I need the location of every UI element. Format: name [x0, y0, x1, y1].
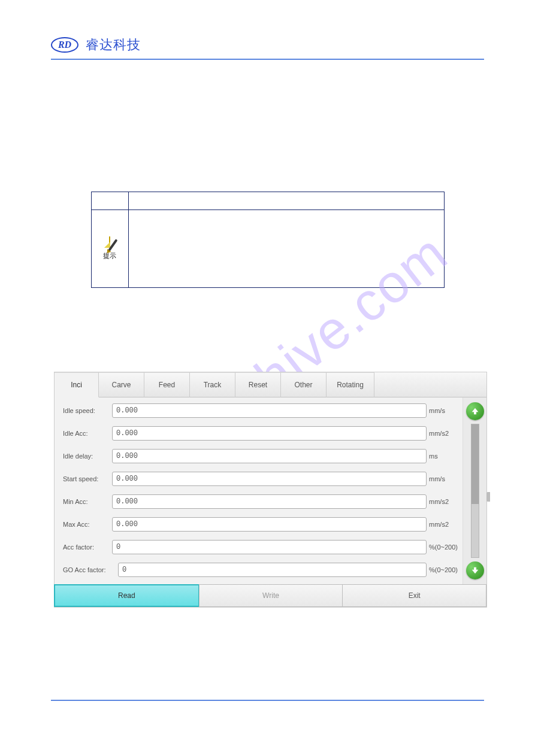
tab-rotating[interactable]: Rotating [327, 372, 374, 397]
label-go-acc-factor: GO Acc factor: [63, 566, 118, 573]
tab-track[interactable]: Track [190, 372, 235, 397]
label-idle-acc: Idle Acc: [63, 430, 112, 437]
note-body [128, 210, 444, 288]
label-idle-speed: Idle speed: [63, 407, 112, 414]
tab-filler [374, 372, 486, 397]
note-header-right [128, 192, 444, 210]
tab-bar: Inci Carve Feed Track Reset Other Rotati… [55, 372, 486, 397]
unit-min-acc: mm/s2 [427, 498, 458, 505]
unit-go-acc-factor: %(0~200) [427, 566, 458, 573]
tab-inci[interactable]: Inci [55, 372, 99, 397]
scroll-down-button[interactable] [466, 561, 484, 579]
scroll-column [463, 397, 486, 584]
label-max-acc: Max Acc: [63, 521, 112, 528]
brand-name: 睿达科技 [86, 36, 141, 54]
form-area: Idle speed: mm/s Idle Acc: mm/s2 Idle de… [55, 397, 463, 584]
unit-idle-delay: ms [427, 453, 458, 460]
unit-start-speed: mm/s [427, 475, 458, 482]
row-idle-speed: Idle speed: mm/s [63, 403, 458, 418]
label-start-speed: Start speed: [63, 475, 112, 482]
input-min-acc[interactable] [112, 494, 427, 509]
row-min-acc: Min Acc: mm/s2 [63, 494, 458, 509]
input-idle-acc[interactable] [112, 426, 427, 441]
unit-idle-speed: mm/s [427, 407, 458, 414]
arrow-down-icon [470, 566, 480, 575]
input-idle-delay[interactable] [112, 449, 427, 463]
footer-divider [51, 700, 484, 701]
arrow-up-icon [470, 406, 480, 416]
row-idle-delay: Idle delay: ms [63, 449, 458, 463]
page-header: RD 睿达科技 [51, 36, 484, 54]
note-header-left [91, 192, 128, 210]
row-go-acc-factor: GO Acc factor: %(0~200) [63, 563, 458, 577]
input-max-acc[interactable] [112, 517, 427, 532]
label-min-acc: Min Acc: [63, 498, 112, 505]
row-acc-factor: Acc factor: %(0~200) [63, 540, 458, 554]
label-acc-factor: Acc factor: [63, 544, 112, 551]
tab-reset[interactable]: Reset [235, 372, 281, 397]
scroll-up-button[interactable] [466, 402, 484, 420]
bottom-button-bar: Read Write Exit [55, 584, 486, 607]
tab-feed[interactable]: Feed [144, 372, 190, 397]
panel-handle[interactable] [486, 492, 490, 502]
unit-acc-factor: %(0~200) [427, 544, 458, 551]
write-button[interactable]: Write [199, 584, 343, 607]
input-start-speed[interactable] [112, 472, 427, 486]
input-idle-speed[interactable] [112, 403, 427, 418]
logo-icon: RD [51, 37, 78, 53]
input-go-acc-factor[interactable] [118, 563, 427, 577]
row-max-acc: Max Acc: mm/s2 [63, 517, 458, 532]
unit-max-acc: mm/s2 [427, 521, 458, 528]
row-idle-acc: Idle Acc: mm/s2 [63, 426, 458, 441]
scrollbar-thumb[interactable] [471, 424, 479, 504]
label-idle-delay: Idle delay: [63, 453, 112, 460]
row-start-speed: Start speed: mm/s [63, 472, 458, 486]
exit-button[interactable]: Exit [342, 584, 486, 607]
settings-panel: Inci Carve Feed Track Reset Other Rotati… [54, 372, 487, 608]
tab-carve[interactable]: Carve [99, 372, 144, 397]
note-icon-cell: 提示 [91, 210, 128, 288]
read-button[interactable]: Read [54, 584, 200, 607]
unit-idle-acc: mm/s2 [427, 430, 458, 437]
scrollbar-track[interactable] [471, 424, 479, 558]
tip-icon [109, 237, 110, 248]
tab-other[interactable]: Other [281, 372, 327, 397]
input-acc-factor[interactable] [112, 540, 427, 554]
note-box: 提示 [91, 192, 445, 288]
